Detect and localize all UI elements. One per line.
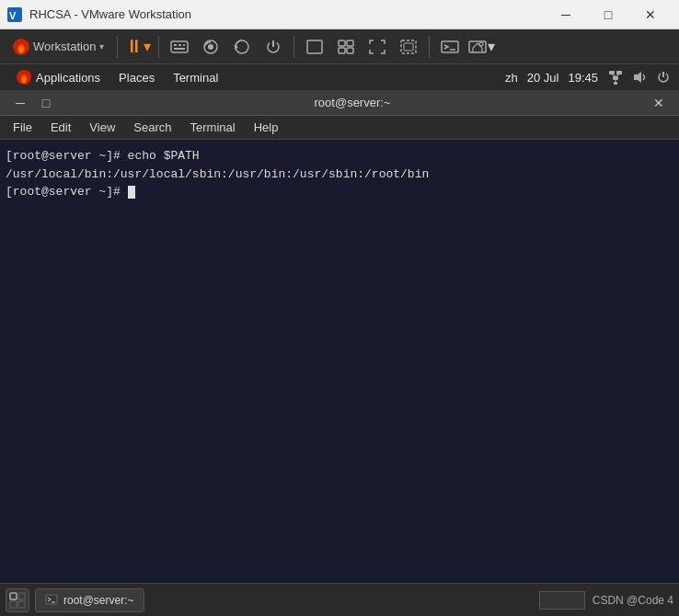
svg-rect-30: [613, 76, 618, 80]
toolbar-separator-1: [117, 36, 118, 58]
workspace-switch-button[interactable]: [6, 588, 29, 612]
applications-label: Applications: [36, 71, 100, 85]
terminal-line-2: /usr/local/bin:/usr/local/sbin:/usr/bin:…: [6, 165, 673, 184]
terminal-close-button[interactable]: ✕: [646, 92, 672, 114]
vmware-toolbar: Workstation ▾ ⏸ ▾: [0, 29, 679, 64]
terminal-line-1: [root@server ~]# echo $PATH: [6, 147, 673, 165]
svg-rect-36: [10, 593, 17, 599]
gnome-bar-right: zh 20 Jul 19:45: [505, 69, 672, 86]
svg-point-24: [479, 42, 483, 46]
svg-rect-38: [10, 601, 17, 608]
svg-rect-8: [183, 44, 185, 46]
svg-point-4: [19, 46, 24, 52]
autofit-icon: [398, 38, 419, 56]
toolbar-separator-3: [293, 36, 294, 58]
terminal-content[interactable]: [root@server ~]# echo $PATH /usr/local/b…: [0, 140, 679, 616]
fullscreen-button[interactable]: [363, 33, 392, 61]
pause-button[interactable]: ⏸ ▾: [123, 33, 153, 61]
svg-line-31: [612, 74, 616, 76]
toolbar-separator-4: [429, 36, 430, 58]
terminal-wrapper: ─ □ root@server:~ ✕ File Edit View Searc…: [0, 90, 679, 616]
switch-icon: [9, 592, 26, 609]
workstation-dropdown-arrow: ▾: [99, 41, 104, 51]
terminal-title: root@server:~: [59, 96, 646, 109]
autofit-button[interactable]: [394, 33, 423, 61]
window-title: RHCSA - VMware Workstation: [29, 7, 537, 21]
screenshot-dropdown-icon: ▾: [488, 38, 495, 55]
unity-view-button[interactable]: [331, 33, 361, 61]
svg-rect-19: [401, 40, 416, 53]
svg-rect-15: [339, 40, 345, 46]
fullscreen-icon: [367, 38, 387, 56]
svg-marker-35: [634, 72, 641, 83]
volume-icon[interactable]: [631, 69, 648, 86]
svg-rect-5: [171, 41, 188, 52]
normal-view-button[interactable]: [300, 33, 329, 61]
gnome-bar: Applications Places Terminal zh 20 Jul 1…: [0, 64, 679, 90]
terminal-titlebar: ─ □ root@server:~ ✕: [0, 90, 679, 116]
title-bar: V RHCSA - VMware Workstation ─ □ ✕: [0, 0, 679, 29]
svg-rect-20: [404, 43, 413, 51]
screenshot-icon: [467, 38, 488, 56]
terminal-menu[interactable]: Terminal: [164, 64, 227, 90]
terminal-cursor: [128, 186, 135, 199]
terminal-taskbar-label: root@server:~: [63, 594, 134, 607]
snapshot-button[interactable]: [196, 33, 225, 61]
svg-rect-34: [614, 82, 617, 85]
svg-text:V: V: [9, 10, 17, 21]
close-button[interactable]: ✕: [629, 0, 672, 29]
workstation-label: Workstation: [33, 40, 96, 53]
console-icon: [440, 38, 460, 56]
pause-icon: ⏸: [125, 36, 144, 57]
maximize-button[interactable]: □: [587, 0, 629, 29]
pause-dropdown-icon: ▾: [144, 38, 151, 55]
taskbar-right: CSDN @Code 4: [539, 591, 673, 610]
power-status-icon[interactable]: [655, 69, 672, 86]
gnome-status-icons: [607, 69, 672, 86]
terminal-menu-file[interactable]: File: [4, 116, 41, 140]
unity-view-icon: [336, 38, 356, 56]
screenshot-button[interactable]: ▾: [466, 33, 496, 61]
applications-menu[interactable]: Applications: [7, 64, 109, 90]
revert-icon: [232, 38, 252, 56]
terminal-taskbar-item[interactable]: root@server:~: [35, 588, 144, 612]
terminal-menu-edit[interactable]: Edit: [41, 116, 80, 140]
terminal-menu-help[interactable]: Help: [245, 116, 288, 140]
terminal-menu-view[interactable]: View: [80, 116, 124, 140]
vmware-icon: V: [7, 7, 22, 22]
taskbar: root@server:~ CSDN @Code 4: [0, 583, 679, 616]
taskbar-terminal-icon: [45, 594, 58, 607]
network-icon[interactable]: [607, 69, 624, 86]
svg-rect-39: [18, 601, 25, 608]
terminal-maximize-button[interactable]: □: [33, 92, 59, 114]
power-button[interactable]: [259, 33, 288, 61]
svg-rect-14: [307, 40, 322, 53]
snapshot-icon: [201, 38, 221, 56]
terminal-menu-terminal[interactable]: Terminal: [181, 116, 245, 140]
svg-point-27: [22, 77, 26, 83]
terminal-minimize-button[interactable]: ─: [7, 92, 33, 114]
window-controls: ─ □ ✕: [545, 0, 672, 29]
svg-point-11: [208, 44, 213, 50]
svg-rect-9: [174, 48, 185, 50]
minimize-button[interactable]: ─: [545, 0, 587, 29]
send-key-button[interactable]: [165, 33, 194, 61]
svg-rect-7: [178, 44, 181, 46]
svg-rect-37: [18, 593, 25, 599]
revert-button[interactable]: [227, 33, 257, 61]
places-menu[interactable]: Places: [109, 64, 164, 90]
date-display: 20 Jul: [527, 71, 559, 85]
terminal-menu-search[interactable]: Search: [124, 116, 180, 140]
taskbar-brand: CSDN @Code 4: [593, 594, 673, 607]
svg-rect-17: [339, 48, 345, 53]
taskbar-input-box[interactable]: [539, 591, 585, 610]
console-button[interactable]: [435, 33, 465, 61]
svg-rect-28: [609, 71, 615, 74]
places-label: Places: [119, 71, 155, 85]
terminal-menu-bar: File Edit View Search Terminal Help: [0, 116, 679, 140]
power-icon: [263, 38, 283, 56]
workstation-menu[interactable]: Workstation ▾: [6, 35, 111, 59]
send-key-icon: [169, 38, 190, 56]
time-display: 19:45: [568, 71, 598, 85]
svg-rect-16: [347, 40, 353, 46]
